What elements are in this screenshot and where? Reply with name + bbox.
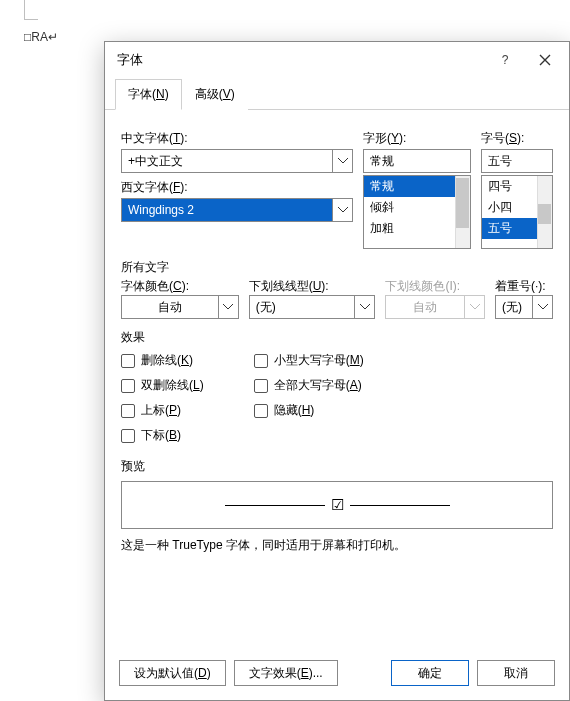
emphasis-value: (无) (496, 296, 532, 318)
cancel-button[interactable]: 取消 (477, 660, 555, 686)
cjk-font-combo[interactable]: +中文正文 (121, 149, 353, 173)
emphasis-combo[interactable]: (无) (495, 295, 553, 319)
chevron-down-icon (470, 304, 480, 310)
chevron-down-icon (360, 304, 370, 310)
chevron-down-icon (538, 304, 548, 310)
tab-font[interactable]: 字体(N) (115, 79, 182, 110)
chk-all-caps[interactable]: 全部大写字母(A) (254, 377, 364, 394)
dropdown-button[interactable] (354, 296, 374, 318)
chk-strikethrough[interactable]: 删除线(K) (121, 352, 204, 369)
style-list[interactable]: 常规 倾斜 加粗 (363, 175, 471, 249)
dialog-body: 中文字体(T): +中文正文 西文字体(F): Wingdings 2 字形(Y… (105, 110, 569, 650)
chevron-down-icon (338, 158, 348, 164)
chk-superscript[interactable]: 上标(P) (121, 402, 204, 419)
scrollbar[interactable] (455, 176, 470, 248)
scrollbar[interactable] (537, 176, 552, 248)
chevron-down-icon (338, 207, 348, 213)
help-button[interactable]: ? (485, 46, 525, 74)
label-emphasis: 着重号(·): (495, 278, 553, 295)
checkbox-icon (121, 354, 135, 368)
underline-style-combo[interactable]: (无) (249, 295, 376, 319)
font-note: 这是一种 TrueType 字体，同时适用于屏幕和打印机。 (121, 537, 553, 554)
font-color-value: 自动 (122, 296, 218, 318)
dropdown-button[interactable] (332, 150, 352, 172)
dropdown-button[interactable] (332, 199, 352, 221)
dropdown-button[interactable] (532, 296, 552, 318)
latin-font-value: Wingdings 2 (122, 199, 332, 221)
label-underline-color: 下划线颜色(I): (385, 278, 485, 295)
scrollbar-thumb[interactable] (456, 178, 469, 228)
underline-color-combo: 自动 (385, 295, 485, 319)
titlebar: 字体 ? (105, 42, 569, 78)
size-input[interactable]: 五号 (481, 149, 553, 173)
scrollbar-thumb[interactable] (538, 204, 551, 224)
checkbox-icon (121, 404, 135, 418)
label-underline-style: 下划线线型(U): (249, 278, 376, 295)
document-text: □RA↵ (24, 30, 58, 44)
preview-line (225, 505, 325, 506)
dropdown-button[interactable] (218, 296, 238, 318)
underline-color-value: 自动 (386, 296, 464, 318)
chk-small-caps[interactable]: 小型大写字母(M) (254, 352, 364, 369)
style-value: 常规 (364, 150, 470, 172)
font-color-combo[interactable]: 自动 (121, 295, 239, 319)
chevron-down-icon (223, 304, 233, 310)
size-list[interactable]: 四号 小四 五号 (481, 175, 553, 249)
font-dialog: 字体 ? 字体(N) 高级(V) 中文字体(T): +中文正文 西文字体(F):… (104, 41, 570, 701)
preview-box: ☑ (121, 481, 553, 529)
tab-advanced[interactable]: 高级(V) (182, 79, 248, 110)
chk-subscript[interactable]: 下标(B) (121, 427, 204, 444)
text-effects-button[interactable]: 文字效果(E)... (234, 660, 338, 686)
dialog-title: 字体 (117, 51, 485, 69)
label-font-color: 字体颜色(C): (121, 278, 239, 295)
label-style: 字形(Y): (363, 130, 471, 147)
tab-strip: 字体(N) 高级(V) (105, 78, 569, 110)
close-icon (539, 54, 551, 66)
chk-double-strike[interactable]: 双删除线(L) (121, 377, 204, 394)
preview-line (350, 505, 450, 506)
latin-font-combo[interactable]: Wingdings 2 (121, 198, 353, 222)
checkbox-icon (254, 354, 268, 368)
ok-button[interactable]: 确定 (391, 660, 469, 686)
style-input[interactable]: 常规 (363, 149, 471, 173)
label-preview: 预览 (121, 458, 553, 475)
underline-style-value: (无) (250, 296, 355, 318)
margin-indicator (24, 0, 38, 20)
cjk-font-value: +中文正文 (122, 150, 332, 172)
checkbox-icon (254, 404, 268, 418)
label-size: 字号(S): (481, 130, 553, 147)
label-latin-font: 西文字体(F): (121, 179, 353, 196)
checkbox-icon (121, 429, 135, 443)
set-default-button[interactable]: 设为默认值(D) (119, 660, 226, 686)
checkbox-icon (254, 379, 268, 393)
label-all-text: 所有文字 (121, 259, 553, 276)
checkbox-icon (121, 379, 135, 393)
dropdown-button (464, 296, 484, 318)
preview-sample: ☑ (331, 496, 344, 514)
label-effects: 效果 (121, 329, 553, 346)
size-value: 五号 (482, 150, 552, 172)
chk-hidden[interactable]: 隐藏(H) (254, 402, 364, 419)
dialog-footer: 设为默认值(D) 文字效果(E)... 确定 取消 (105, 650, 569, 700)
label-cjk-font: 中文字体(T): (121, 130, 353, 147)
close-button[interactable] (525, 46, 565, 74)
